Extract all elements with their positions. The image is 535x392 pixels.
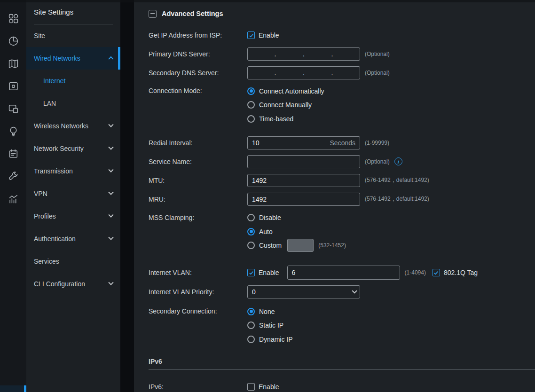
radio-mss-disable[interactable]: Disable <box>247 211 346 225</box>
sidebar-item-internet[interactable]: Internet <box>26 70 120 92</box>
radio-icon <box>247 321 255 329</box>
radio-mss-auto[interactable]: Auto <box>247 225 346 239</box>
radio-secondary-dynamic-ip[interactable]: Dynamic IP <box>247 332 293 346</box>
radio-mss-custom[interactable]: Custom (532-1452) <box>247 239 346 253</box>
checkbox-checked-icon <box>247 31 255 39</box>
content-panel: Advanced Settings Get IP Address from IS… <box>134 0 535 392</box>
row-mtu: MTU: 1492 (576-1492，default:1492) <box>149 171 535 190</box>
row-secondary-dns: Secondary DNS Server: . . . (Optional) <box>149 63 535 82</box>
sidebar-item-vpn[interactable]: VPN <box>26 182 120 205</box>
range-hint: (532-1452) <box>318 242 346 249</box>
sidebar-menu: Site Settings Site Wired Networks Intern… <box>26 0 120 392</box>
rail-item-tools[interactable] <box>0 165 26 188</box>
row-connection-mode: Connection Mode: Connect Automatically C… <box>149 84 535 126</box>
rail-item-statistics[interactable] <box>0 30 26 52</box>
sidebar-item-services[interactable]: Services <box>26 250 120 273</box>
radio-connect-manually[interactable]: Connect Manually <box>247 98 324 112</box>
wrench-icon <box>8 171 19 182</box>
row-ipv6-enable: IPv6: Enable <box>149 377 535 392</box>
get-ip-enable-checkbox[interactable]: Enable <box>247 31 279 39</box>
range-hint: (1-99999) <box>365 140 389 146</box>
vlan-priority-select[interactable]: 0 <box>247 285 360 298</box>
icon-rail <box>0 0 26 392</box>
sidebar-item-network-security[interactable]: Network Security <box>26 137 120 160</box>
sidebar-item-site[interactable]: Site <box>26 24 120 47</box>
radio-selected-icon <box>247 228 255 235</box>
report-icon <box>8 193 19 205</box>
redial-interval-input[interactable]: 10 Seconds <box>247 136 360 149</box>
ipv6-section-title: IPv6 <box>149 358 535 365</box>
secondary-dns-input[interactable]: . . . <box>247 66 360 79</box>
rail-item-insight[interactable] <box>0 120 26 142</box>
primary-dns-input[interactable]: . . . <box>247 47 360 61</box>
rail-item-map[interactable] <box>0 52 26 75</box>
sidebar-item-profiles[interactable]: Profiles <box>26 205 120 227</box>
sidebar-item-wired-networks[interactable]: Wired Networks <box>26 47 120 70</box>
mtu-input[interactable]: 1492 <box>247 174 360 187</box>
row-internet-vlan: Internet VLAN: Enable 6 (1-4094) 802.1Q … <box>149 263 535 282</box>
optional-hint: (Optional) <box>365 51 390 57</box>
radio-icon <box>247 336 255 343</box>
row-redial-interval: Redial Interval: 10 Seconds (1-99999) <box>149 133 535 152</box>
clients-icon <box>8 103 19 115</box>
service-name-input[interactable] <box>247 155 360 168</box>
sidebar-gutter <box>120 0 134 392</box>
sidebar-item-authentication[interactable]: Authentication <box>26 227 120 250</box>
row-primary-dns: Primary DNS Server: . . . (Optional) <box>149 45 535 63</box>
radio-connect-automatically[interactable]: Connect Automatically <box>247 84 324 98</box>
mss-custom-input <box>287 239 314 252</box>
bulb-icon <box>8 125 19 137</box>
chevron-down-icon <box>108 122 113 127</box>
checkbox-unchecked-icon <box>247 383 255 391</box>
range-hint: (1-4094) <box>405 269 426 276</box>
chevron-down-icon <box>108 212 113 218</box>
radio-icon <box>247 115 255 123</box>
rail-item-clients[interactable] <box>0 97 26 120</box>
radio-time-based[interactable]: Time-based <box>247 112 324 126</box>
radio-secondary-none[interactable]: None <box>247 305 293 319</box>
collapse-minus-icon[interactable] <box>149 10 157 18</box>
radio-selected-icon <box>247 308 255 315</box>
optional-hint: (Optional) <box>365 70 390 76</box>
vlan-id-input[interactable]: 6 <box>287 266 400 280</box>
rail-item-report[interactable] <box>0 188 26 210</box>
row-secondary-connection: Secondary Connection: None Static IP Dyn… <box>149 305 535 346</box>
sidebar-item-cli-configuration[interactable]: CLI Configuration <box>26 273 120 295</box>
radio-selected-icon <box>247 87 255 95</box>
vlan-enable-checkbox[interactable]: Enable <box>247 269 279 276</box>
radio-secondary-static-ip[interactable]: Static IP <box>247 319 293 333</box>
device-icon <box>8 80 19 92</box>
row-vlan-priority: Internet VLAN Priority: 0 <box>149 282 535 301</box>
rail-item-dashboard[interactable] <box>0 7 26 30</box>
rail-item-log[interactable] <box>0 142 26 165</box>
chevron-up-icon <box>108 56 113 62</box>
chevron-down-icon <box>108 167 113 172</box>
8021q-tag-checkbox[interactable]: 802.1Q Tag <box>433 269 478 276</box>
chevron-down-icon <box>108 235 113 240</box>
optional-hint: (Optional) <box>365 158 390 165</box>
row-mss-clamping: MSS Clamping: Disable Auto Custom (5 <box>149 211 535 253</box>
checkbox-checked-icon <box>247 269 255 276</box>
mru-input[interactable]: 1492 <box>247 193 360 206</box>
radio-icon <box>247 214 255 221</box>
info-icon[interactable]: i <box>394 157 402 165</box>
pie-chart-icon <box>8 35 19 47</box>
ipv6-enable-checkbox[interactable]: Enable <box>247 383 279 391</box>
section-header: Advanced Settings <box>134 0 535 21</box>
sidebar-item-lan[interactable]: LAN <box>26 92 120 115</box>
sidebar-item-transmission[interactable]: Transmission <box>26 160 120 182</box>
row-mru: MRU: 1492 (576-1492，default:1492) <box>149 190 535 209</box>
chevron-down-icon <box>352 288 357 293</box>
ipv6-section-header: IPv6 <box>149 358 535 370</box>
rail-item-settings-active[interactable] <box>0 385 26 392</box>
range-hint: (576-1492，default:1492) <box>365 195 429 203</box>
rail-item-devices[interactable] <box>0 75 26 97</box>
row-get-ip: Get IP Address from ISP: Enable <box>149 26 535 45</box>
checkbox-checked-icon <box>433 269 440 276</box>
map-icon <box>8 58 19 70</box>
apps-icon <box>8 13 19 24</box>
sidebar-item-wireless-networks[interactable]: Wireless Networks <box>26 115 120 137</box>
section-title: Advanced Settings <box>162 10 223 17</box>
radio-icon <box>247 242 255 249</box>
radio-icon <box>247 101 255 109</box>
